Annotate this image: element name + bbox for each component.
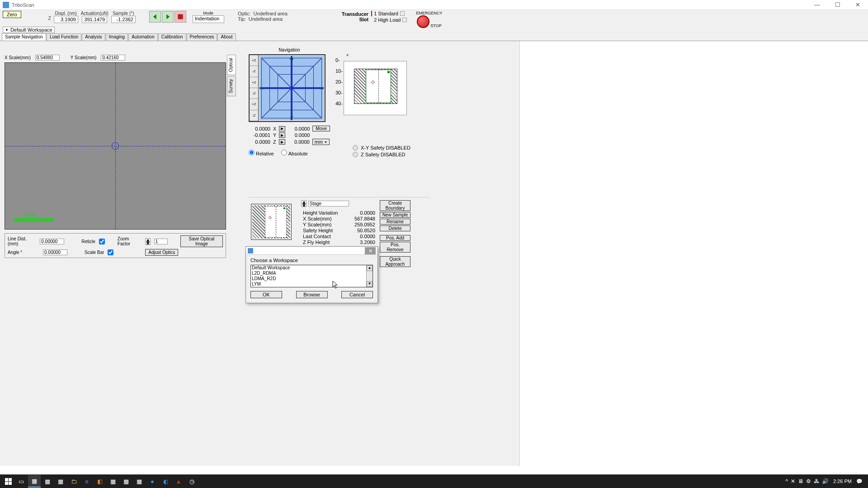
tab-analysis[interactable]: Analysis (82, 33, 105, 41)
taskbar-app[interactable]: ▦ (133, 475, 146, 488)
tab-sample-navigation[interactable]: Sample Navigation (2, 33, 46, 41)
nav-z-target[interactable]: 0.0000 (288, 139, 310, 145)
tab-imaging[interactable]: Imaging (106, 33, 128, 41)
tray-up-icon[interactable]: ^ (785, 478, 788, 484)
pos-remove-button[interactable]: Pos. Remove (380, 242, 410, 253)
z-play-button[interactable]: ▶ (279, 139, 285, 145)
start-button[interactable] (2, 475, 14, 488)
adjust-optics-button[interactable]: Adjust Optics (145, 249, 178, 256)
taskbar-app[interactable]: ▲ (172, 475, 185, 488)
tab-load-function[interactable]: Load Function (47, 33, 81, 41)
reticle-checkbox[interactable] (99, 239, 105, 244)
scroll-up-icon[interactable]: ▲ (367, 265, 373, 271)
navigation-joystick[interactable]: +Z -Z +Z -Z +Z -Z +Y (249, 54, 326, 122)
save-optical-image-button[interactable]: Save Optical Image (180, 235, 223, 247)
taskbar[interactable]: ▭ ▦ ▦ ▦ 🗀 e ◧ ▦ ▦ ▦ ● ◐ ▲ ◷ ^ ✕ 🖥 ⚙ 🖧 🔊 … (0, 474, 868, 488)
emergency-stop-button[interactable] (417, 15, 429, 28)
taskbar-app[interactable]: ▦ (107, 475, 119, 488)
play-button[interactable] (162, 11, 174, 23)
z-minus-button[interactable]: -Z (250, 88, 258, 99)
workspace-dropdown[interactable]: ▼ Default Workspace (3, 27, 55, 33)
nav-y-target[interactable]: 0.0000 (288, 132, 310, 138)
pos-add-button[interactable]: Pos. Add (380, 235, 410, 241)
tab-automation[interactable]: Automation (128, 33, 158, 41)
tab-calibration[interactable]: Calibration (158, 33, 186, 41)
new-sample-button[interactable]: New Sample (380, 212, 410, 218)
stage-map[interactable] (251, 204, 292, 240)
delete-button[interactable]: Delete (380, 225, 410, 231)
file-explorer-button[interactable]: 🗀 (67, 475, 80, 488)
z-plus-button[interactable]: +Z (250, 77, 258, 88)
optical-image-view[interactable]: 90 µm (5, 62, 226, 230)
tray-icon[interactable]: ✕ (791, 478, 795, 484)
yscale-value[interactable]: 0.42160 (101, 55, 125, 61)
rename-button[interactable]: Rename (380, 219, 410, 225)
taskbar-app[interactable]: ▦ (41, 475, 54, 488)
taskbar-app[interactable]: ● (146, 475, 159, 488)
list-item[interactable]: LDMA_R2D (251, 276, 373, 282)
dialog-close-button[interactable]: ✕ (365, 247, 376, 254)
taskbar-app[interactable]: ◷ (185, 475, 198, 488)
taskbar-app[interactable]: ▦ (28, 475, 41, 488)
windows-icon (5, 478, 12, 485)
taskbar-app[interactable]: ▦ (54, 475, 67, 488)
taskbar-app[interactable]: ◧ (94, 475, 106, 488)
tray-icon[interactable]: ⚙ (806, 478, 811, 484)
tab-about[interactable]: About (217, 33, 236, 41)
absolute-radio[interactable]: Absolute (281, 150, 308, 156)
window-maximize-button[interactable]: ☐ (827, 0, 848, 10)
zoom-spinner[interactable]: ▲▼ (145, 238, 151, 244)
list-item[interactable]: LYM-20190329 (251, 287, 373, 287)
angle-input[interactable] (43, 249, 67, 255)
tab-preferences[interactable]: Preferences (187, 33, 217, 41)
dialog-prompt: Choose a Workspace (250, 258, 373, 263)
line-dist-input[interactable] (40, 239, 64, 244)
unit-select[interactable]: mm▼ (312, 139, 330, 145)
quick-approach-button[interactable]: Quick Approach (380, 256, 410, 267)
side-tab-survey[interactable]: Survey (227, 76, 236, 96)
record-button[interactable] (175, 11, 186, 23)
scroll-down-icon[interactable]: ▼ (367, 281, 373, 287)
taskbar-app[interactable]: ▦ (120, 475, 132, 488)
list-item[interactable]: Default Workspace (251, 265, 373, 271)
volume-icon[interactable]: 🔊 (822, 478, 829, 484)
z-minus-button[interactable]: -Z (250, 66, 258, 77)
task-view-button[interactable]: ▭ (15, 475, 28, 488)
taskbar-app[interactable]: ◐ (159, 475, 172, 488)
ok-button[interactable]: OK (250, 291, 282, 298)
back-button[interactable] (149, 11, 161, 23)
taskbar-clock[interactable]: 2:26 PM (833, 479, 852, 484)
relative-radio[interactable]: Relative (249, 150, 274, 156)
browse-button[interactable]: Browse (296, 291, 328, 298)
zero-button[interactable]: Zero (3, 11, 21, 18)
z-plus-button[interactable]: +Z (250, 55, 258, 66)
x-play-button[interactable]: ▶ (279, 126, 285, 131)
move-button[interactable]: Move (312, 126, 330, 131)
side-tab-optical[interactable]: Optical (227, 55, 236, 75)
emergency-label: EMERGENCY (416, 11, 442, 15)
z-minus-button[interactable]: -Z (250, 110, 258, 121)
xscale-value[interactable]: 0.54880 (35, 55, 60, 61)
stage-name-input[interactable] (308, 201, 349, 206)
list-item[interactable]: L2D_RDMA (251, 271, 373, 276)
nav-x-target[interactable]: 0.0000 (288, 126, 310, 131)
workspace-list[interactable]: Default Workspace L2D_RDMA LDMA_R2D LYM … (250, 265, 373, 287)
notification-icon[interactable]: 💬 (856, 479, 863, 484)
cancel-button[interactable]: Cancel (341, 291, 373, 298)
window-close-button[interactable]: ✕ (848, 0, 868, 10)
edge-button[interactable]: e (80, 475, 93, 488)
list-item[interactable]: LYM (251, 282, 373, 287)
zoom-input[interactable] (154, 239, 168, 244)
z-plus-button[interactable]: +Z (250, 99, 258, 110)
mode-select[interactable]: Indentation (193, 15, 224, 23)
tray-icon[interactable]: 🖥 (798, 478, 803, 484)
scalebar-checkbox[interactable] (108, 249, 113, 255)
system-tray[interactable]: ^ ✕ 🖥 ⚙ 🖧 🔊 (785, 478, 829, 484)
y-play-button[interactable]: ▶ (279, 132, 285, 138)
create-boundary-button[interactable]: Create Boundary (380, 200, 410, 211)
stage-spinner[interactable]: ▲▼ (301, 200, 307, 206)
optic-label: Optic: (238, 11, 251, 16)
network-icon[interactable]: 🖧 (814, 478, 819, 484)
scrollbar[interactable]: ▲ ▼ (366, 265, 373, 287)
window-minimize-button[interactable]: — (807, 0, 827, 10)
